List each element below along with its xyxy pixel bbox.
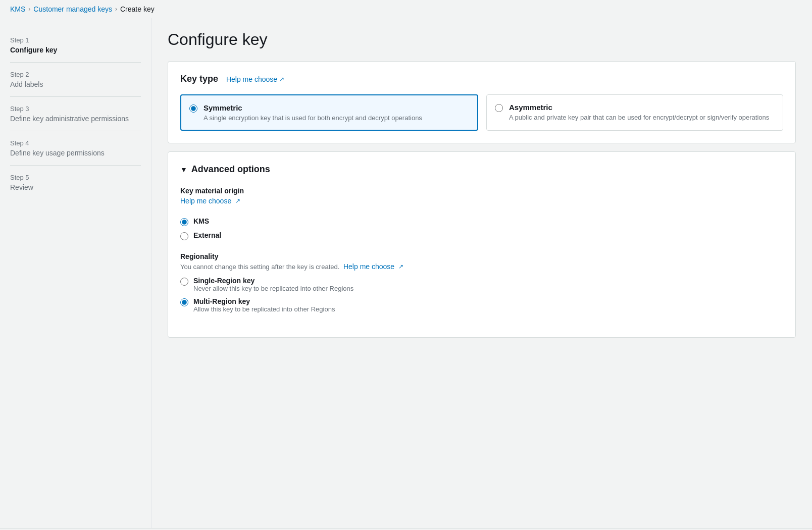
regionality-desc: You cannot change this setting after the… xyxy=(180,262,783,271)
page-layout: Step 1 Configure key Step 2 Add labels S… xyxy=(0,18,812,528)
symmetric-text: Symmetric A single encryption key that i… xyxy=(204,103,422,122)
breadcrumb: KMS › Customer managed keys › Create key xyxy=(0,0,812,18)
key-type-help-link[interactable]: Help me choose ↗ xyxy=(226,75,284,83)
step-1-number: Step 1 xyxy=(10,36,141,44)
advanced-title-row: ▼ Advanced options xyxy=(180,164,783,175)
kms-label: KMS xyxy=(193,217,209,225)
single-region-sublabel: Never allow this key to be replicated in… xyxy=(193,285,353,292)
regionality-desc-text: You cannot change this setting after the… xyxy=(180,263,339,271)
step-5-name: Review xyxy=(10,183,141,191)
sidebar-step-3: Step 3 Define key administrative permiss… xyxy=(10,97,141,131)
sidebar: Step 1 Configure key Step 2 Add labels S… xyxy=(0,18,151,528)
step-4-number: Step 4 xyxy=(10,139,141,147)
breadcrumb-create-key: Create key xyxy=(120,5,155,13)
regionality-help-text: Help me choose xyxy=(343,262,394,271)
key-type-help-text: Help me choose xyxy=(226,75,277,83)
key-type-card: Key type Help me choose ↗ Symmetric A si… xyxy=(168,61,796,143)
step-5-number: Step 5 xyxy=(10,174,141,181)
advanced-options-title: Advanced options xyxy=(191,164,270,175)
step-2-name: Add labels xyxy=(10,80,141,88)
asymmetric-text: Asymmetric A public and private key pair… xyxy=(509,103,769,121)
kms-option[interactable]: KMS xyxy=(180,217,783,226)
sidebar-step-5: Step 5 Review xyxy=(10,166,141,199)
breadcrumb-sep-1: › xyxy=(28,6,30,13)
single-region-radio[interactable] xyxy=(180,278,188,286)
kms-text: KMS xyxy=(193,217,209,225)
external-link-icon: ↗ xyxy=(279,76,284,83)
symmetric-radio[interactable] xyxy=(189,104,197,113)
regionality-label: Regionality xyxy=(180,252,783,260)
multi-region-sublabel: Allow this key to be replicated into oth… xyxy=(193,305,335,313)
advanced-options-card: ▼ Advanced options Key material origin H… xyxy=(168,151,796,338)
single-region-text: Single-Region key Never allow this key t… xyxy=(193,277,353,292)
breadcrumb-kms[interactable]: KMS xyxy=(10,5,25,13)
single-region-label: Single-Region key xyxy=(193,277,353,285)
regionality-section: Regionality You cannot change this setti… xyxy=(180,252,783,313)
external-link-icon-2: ↗ xyxy=(235,197,240,204)
sidebar-step-1: Step 1 Configure key xyxy=(10,28,141,63)
external-option[interactable]: External xyxy=(180,231,783,240)
external-label: External xyxy=(193,231,221,239)
step-1-name: Configure key xyxy=(10,46,141,54)
key-type-options: Symmetric A single encryption key that i… xyxy=(180,94,783,131)
single-region-option[interactable]: Single-Region key Never allow this key t… xyxy=(180,277,783,292)
external-radio[interactable] xyxy=(180,232,188,240)
asymmetric-option[interactable]: Asymmetric A public and private key pair… xyxy=(486,94,783,131)
main-content: Configure key Key type Help me choose ↗ … xyxy=(151,18,812,528)
multi-region-radio[interactable] xyxy=(180,298,188,306)
external-text: External xyxy=(193,231,221,239)
breadcrumb-customer-managed-keys[interactable]: Customer managed keys xyxy=(33,5,112,13)
key-material-origin-label: Key material origin xyxy=(180,187,783,195)
page-title: Configure key xyxy=(168,30,796,49)
triangle-icon: ▼ xyxy=(180,166,187,174)
asymmetric-desc: A public and private key pair that can b… xyxy=(509,114,769,121)
key-material-help-link[interactable]: Help me choose ↗ xyxy=(180,197,240,205)
sidebar-step-2: Step 2 Add labels xyxy=(10,63,141,97)
step-3-number: Step 3 xyxy=(10,105,141,113)
step-3-name: Define key administrative permissions xyxy=(10,115,141,123)
key-type-title: Key type xyxy=(180,74,218,84)
multi-region-label: Multi-Region key xyxy=(193,297,335,305)
symmetric-desc: A single encryption key that is used for… xyxy=(204,114,422,122)
sidebar-step-4: Step 4 Define key usage permissions xyxy=(10,131,141,166)
key-material-help-text: Help me choose xyxy=(180,197,231,205)
symmetric-option[interactable]: Symmetric A single encryption key that i… xyxy=(180,94,478,131)
step-4-name: Define key usage permissions xyxy=(10,149,141,157)
step-2-number: Step 2 xyxy=(10,71,141,78)
regionality-help-link[interactable]: Help me choose ↗ xyxy=(343,262,403,271)
symmetric-label: Symmetric xyxy=(204,103,422,112)
external-link-icon-3: ↗ xyxy=(398,263,403,270)
page-footer: Cancel Next xyxy=(0,528,812,530)
breadcrumb-sep-2: › xyxy=(115,6,117,13)
asymmetric-radio[interactable] xyxy=(495,104,503,112)
key-material-origin-section: Key material origin Help me choose ↗ KMS xyxy=(180,187,783,240)
multi-region-option[interactable]: Multi-Region key Allow this key to be re… xyxy=(180,297,783,313)
regionality-options: Single-Region key Never allow this key t… xyxy=(180,277,783,313)
asymmetric-label: Asymmetric xyxy=(509,103,769,112)
multi-region-text: Multi-Region key Allow this key to be re… xyxy=(193,297,335,313)
kms-radio[interactable] xyxy=(180,218,188,226)
